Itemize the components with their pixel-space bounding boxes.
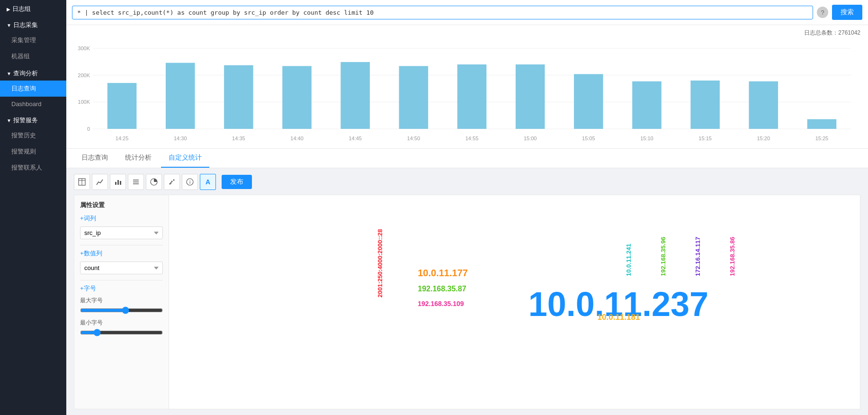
sidebar-item-采集管理[interactable]: 采集管理 [0,32,66,48]
col-select-wrap: src_ipcount [80,226,163,239]
properties-title: 属性设置 [80,201,163,209]
tab-日志查询[interactable]: 日志查询 [74,149,116,168]
svg-point-12 [173,180,175,181]
sidebar-section-日志采集[interactable]: ▼日志采集 [0,16,66,32]
svg-rect-5 [120,181,121,185]
table-tool-button[interactable] [74,174,90,190]
total-count: 日志总条数：2761042 [74,29,860,37]
line-chart-tool-button[interactable] [92,174,108,190]
gantt-tool-button[interactable] [128,174,144,190]
bar-chart-tool-button[interactable] [110,174,126,190]
publish-button[interactable]: 发布 [222,175,252,189]
add-num-link[interactable]: +数值列 [80,249,163,258]
add-font-link[interactable]: +字号 [80,284,163,293]
wordcloud-word: 2001:250:4000:2000::28 [376,229,384,298]
add-col-link[interactable]: +词列 [80,214,163,223]
wordcloud-word: 10.0.11.181 [598,313,640,322]
search-bar: ? 搜索 [66,0,868,25]
wordcloud-word: 192.168.35.86 [729,237,736,276]
sidebar-item-Dashboard[interactable]: Dashboard [0,97,66,111]
wordcloud-tool-button[interactable]: A [200,174,216,190]
svg-text:i: i [189,180,190,185]
content-panel: iA发布 属性设置 +词列 src_ipcount +数值列 countsrc_… [66,168,868,415]
min-font-label: 最小字号 [80,319,163,327]
chart-area: 日志总条数：2761042 [66,25,868,149]
sidebar-section-报警服务[interactable]: ▼报警服务 [0,111,66,127]
sidebar: ▶日志组▼日志采集采集管理机器组▼查询分析日志查询Dashboard▼报警服务报… [0,0,66,415]
divider2 [80,280,163,280]
tab-统计分析[interactable]: 统计分析 [117,149,159,168]
wordcloud-word: 10.0.11.241 [625,244,632,277]
sidebar-item-机器组[interactable]: 机器组 [0,48,66,64]
divider1 [80,245,163,245]
min-font-slider[interactable] [80,329,163,336]
properties-panel: 属性设置 +词列 src_ipcount +数值列 countsrc_ip +字… [74,195,169,409]
wordcloud-word: 192.168.35.87 [418,285,466,293]
wordcloud-word: 192.168.35.109 [418,300,464,307]
col-select[interactable]: src_ipcount [80,226,163,239]
num-select-wrap: countsrc_ip [80,262,163,274]
pie-chart-tool-button[interactable] [146,174,162,190]
wordcloud: 10.0.11.23710.0.11.177192.168.35.87192.1… [169,195,860,409]
search-input[interactable] [72,6,813,19]
bar-chart [74,39,860,143]
search-help-button[interactable]: ? [817,7,828,18]
tab-自定义统计[interactable]: 自定义统计 [161,149,209,168]
num-select[interactable]: countsrc_ip [80,262,163,274]
sidebar-item-报警联系人[interactable]: 报警联系人 [0,160,66,176]
main-content: ? 搜索 日志总条数：2761042 日志查询统计分析自定义统计 iA发布 属性… [66,0,868,415]
sidebar-item-报警历史[interactable]: 报警历史 [0,127,66,144]
wordcloud-word: 192.168.35.96 [660,237,667,276]
svg-point-13 [170,182,172,184]
max-font-slider[interactable] [80,307,163,314]
search-button[interactable]: 搜索 [832,5,862,20]
visualization-area: 10.0.11.23710.0.11.177192.168.35.87192.1… [169,195,860,409]
scatter-tool-button[interactable] [164,174,180,190]
svg-rect-4 [117,180,119,185]
sidebar-section-查询分析[interactable]: ▼查询分析 [0,64,66,81]
wordcloud-word: 10.0.11.177 [418,268,468,279]
viz-toolbar: iA发布 [74,174,860,190]
sidebar-item-日志查询[interactable]: 日志查询 [0,81,66,97]
wordcloud-word: 172.16.14.117 [694,237,701,276]
sidebar-item-报警规则[interactable]: 报警规则 [0,144,66,160]
sidebar-section-日志组[interactable]: ▶日志组 [0,0,66,16]
max-font-label: 最大字号 [80,297,163,305]
info-tool-button[interactable]: i [182,174,198,190]
svg-rect-3 [115,182,116,185]
tabs-row: 日志查询统计分析自定义统计 [66,149,868,168]
props-viz-container: 属性设置 +词列 src_ipcount +数值列 countsrc_ip +字… [74,195,860,409]
svg-point-11 [171,181,173,182]
